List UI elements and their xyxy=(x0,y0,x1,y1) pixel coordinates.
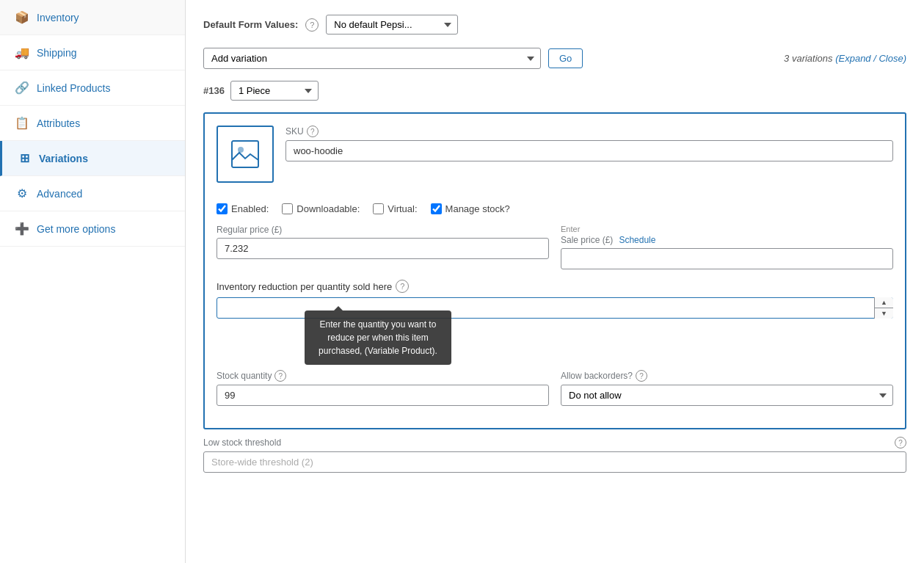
price-row: Regular price (£) Enter Sale price (£) S… xyxy=(217,225,893,269)
checkboxes-row: Enabled: Downloadable: Virtual: Manage s… xyxy=(217,203,893,214)
default-form-label: Default Form Values: xyxy=(203,19,298,30)
stock-backorder-row: Stock quantity ? Allow backorders? ? Do … xyxy=(217,370,893,406)
variation-id: #136 xyxy=(203,85,225,96)
shipping-icon: 🚚 xyxy=(15,46,29,59)
sku-input[interactable] xyxy=(285,140,893,161)
sidebar: 📦 Inventory 🚚 Shipping 🔗 Linked Products… xyxy=(0,0,186,563)
linked-products-icon: 🔗 xyxy=(15,81,29,95)
enabled-checkbox-label[interactable]: Enabled: xyxy=(217,203,269,214)
main-content: Default Form Values: ? No default Pepsi.… xyxy=(186,0,924,563)
stock-quantity-label: Stock quantity ? xyxy=(217,370,549,382)
get-more-options-icon: ➕ xyxy=(15,222,29,236)
svg-point-1 xyxy=(238,147,244,153)
virtual-checkbox-label[interactable]: Virtual: xyxy=(373,203,417,214)
allow-backorders-select[interactable]: Do not allow Allow Allow, but notify cus… xyxy=(561,385,893,406)
attributes-icon: 📋 xyxy=(15,116,29,130)
sku-field-wrapper: SKU ? xyxy=(285,126,893,193)
sidebar-item-linked-products[interactable]: 🔗 Linked Products xyxy=(0,70,185,106)
variation-card: SKU ? Enabled: Downloadable: xyxy=(203,112,906,429)
inventory-reduction-tooltip: Enter the quantity you want to reduce pe… xyxy=(305,310,451,365)
sidebar-item-label: Linked Products xyxy=(37,82,110,94)
allow-backorders-label: Allow backorders? ? xyxy=(561,370,893,382)
allow-backorders-field: Allow backorders? ? Do not allow Allow A… xyxy=(561,370,893,406)
schedule-link[interactable]: Schedule xyxy=(619,235,655,245)
regular-price-label: Regular price (£) xyxy=(217,225,549,235)
sale-price-field: Enter Sale price (£) Schedule xyxy=(561,225,893,269)
default-form-help-icon[interactable]: ? xyxy=(305,18,319,32)
spinner-up-button[interactable]: ▲ xyxy=(875,297,893,308)
low-stock-input[interactable] xyxy=(203,451,906,473)
stock-quantity-field: Stock quantity ? xyxy=(217,370,549,406)
enabled-checkbox[interactable] xyxy=(217,203,228,214)
advanced-icon: ⚙ xyxy=(15,186,29,200)
default-form-dropdown[interactable]: No default Pepsi... xyxy=(326,15,458,34)
downloadable-checkbox[interactable] xyxy=(282,203,293,214)
sidebar-item-label: Advanced xyxy=(37,188,82,200)
sidebar-item-advanced[interactable]: ⚙ Advanced xyxy=(0,176,185,211)
sidebar-item-label: Get more options xyxy=(37,223,115,235)
downloadable-label: Downloadable: xyxy=(297,203,360,214)
manage-stock-checkbox-label[interactable]: Manage stock? xyxy=(431,203,510,214)
enter-label: Enter xyxy=(561,225,893,233)
manage-stock-checkbox[interactable] xyxy=(431,203,442,214)
regular-price-input[interactable] xyxy=(217,238,549,259)
spinner-arrows: ▲ ▼ xyxy=(874,297,893,319)
sale-price-label: Sale price (£) Schedule xyxy=(561,235,893,245)
inventory-reduction-help-icon[interactable]: ? xyxy=(396,280,409,293)
sidebar-item-label: Attributes xyxy=(37,117,80,129)
expand-close-link[interactable]: (Expand / Close) xyxy=(835,53,906,64)
sidebar-item-shipping[interactable]: 🚚 Shipping xyxy=(0,35,185,70)
stock-quantity-input[interactable] xyxy=(217,385,549,406)
sku-help-icon[interactable]: ? xyxy=(307,126,319,137)
product-image[interactable] xyxy=(217,126,274,183)
regular-price-field: Regular price (£) xyxy=(217,225,549,269)
go-button[interactable]: Go xyxy=(548,48,583,68)
sidebar-item-label: Inventory xyxy=(37,12,79,23)
sale-price-input[interactable] xyxy=(561,248,893,269)
downloadable-checkbox-label[interactable]: Downloadable: xyxy=(282,203,360,214)
sidebar-item-label: Shipping xyxy=(37,47,77,59)
sidebar-item-label: Variations xyxy=(39,153,88,164)
sku-label: SKU ? xyxy=(285,126,893,137)
allow-backorders-help-icon[interactable]: ? xyxy=(636,370,647,382)
stock-quantity-help-icon[interactable]: ? xyxy=(274,370,286,382)
backorder-dropdown-wrap: Do not allow Allow Allow, but notify cus… xyxy=(561,385,893,406)
inventory-reduction-section: Inventory reduction per quantity sold he… xyxy=(217,280,893,319)
add-variation-dropdown[interactable]: Add variation xyxy=(203,48,541,69)
inventory-icon: 📦 xyxy=(15,10,29,24)
low-stock-section: Low stock threshold ? xyxy=(203,429,906,473)
svg-rect-0 xyxy=(232,141,258,167)
variation-item-row: #136 1 Piece xyxy=(203,81,906,101)
sidebar-item-attributes[interactable]: 📋 Attributes xyxy=(0,106,185,141)
add-variation-row: Add variation Go 3 variations (Expand / … xyxy=(203,48,906,69)
sidebar-item-variations[interactable]: ⊞ Variations xyxy=(0,141,185,176)
variations-icon: ⊞ xyxy=(17,151,32,165)
virtual-checkbox[interactable] xyxy=(373,203,384,214)
variations-count: 3 variations (Expand / Close) xyxy=(784,53,906,64)
enabled-label: Enabled: xyxy=(231,203,269,214)
sidebar-item-get-more-options[interactable]: ➕ Get more options xyxy=(0,211,185,247)
default-form-values-bar: Default Form Values: ? No default Pepsi.… xyxy=(203,15,906,34)
low-stock-label: Low stock threshold ? xyxy=(203,437,906,448)
spinner-down-button[interactable]: ▼ xyxy=(875,308,893,319)
low-stock-help-icon[interactable]: ? xyxy=(895,437,906,448)
inventory-reduction-label: Inventory reduction per quantity sold he… xyxy=(217,280,893,293)
sidebar-item-inventory[interactable]: 📦 Inventory xyxy=(0,0,185,35)
manage-stock-label: Manage stock? xyxy=(445,203,510,214)
virtual-label: Virtual: xyxy=(388,203,417,214)
variation-piece-select[interactable]: 1 Piece xyxy=(230,81,319,101)
